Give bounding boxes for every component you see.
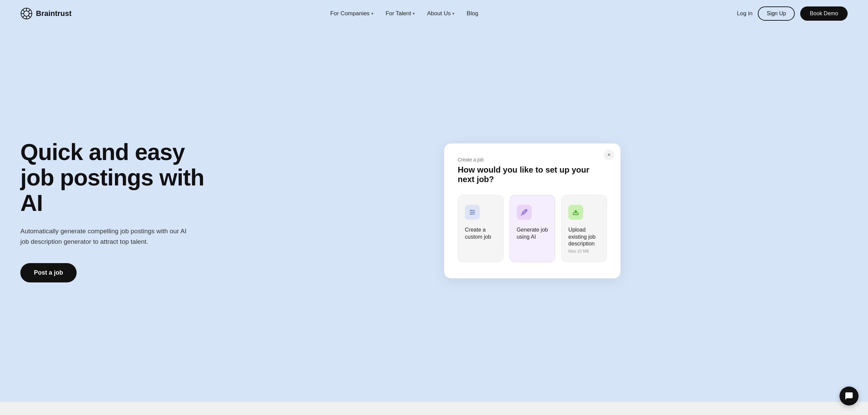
nav-links: For Companies ▾ For Talent ▾ About Us ▾ … [330, 10, 478, 17]
wand-icon [517, 205, 532, 220]
upload-job-option[interactable]: Upload existing job description Max 10 M… [561, 195, 607, 262]
brand-name: Braintrust [36, 9, 72, 18]
nav-for-talent[interactable]: For Talent ▾ [386, 10, 415, 17]
chevron-down-icon: ▾ [413, 11, 415, 16]
upload-job-name: Upload existing job description [568, 226, 600, 248]
custom-job-name: Create a custom job [465, 226, 496, 241]
book-demo-button[interactable]: Book Demo [800, 6, 848, 21]
svg-line-9 [23, 16, 25, 18]
custom-job-option[interactable]: Create a custom job [458, 195, 504, 262]
ai-job-option[interactable]: Generate job using AI [510, 195, 555, 262]
chat-icon [845, 392, 853, 400]
login-button[interactable]: Log in [737, 10, 752, 17]
create-job-card: × Create a job How would you like to set… [444, 143, 620, 278]
nav-actions: Log in Sign Up Book Demo [737, 6, 848, 21]
svg-point-13 [471, 210, 472, 211]
hero-right: × Create a job How would you like to set… [217, 143, 848, 278]
ai-job-name: Generate job using AI [517, 226, 548, 241]
hero-title: Quick and easy job postings with AI [20, 139, 217, 215]
custom-job-text: Create a custom job [465, 226, 496, 241]
hero-section: Quick and easy job postings with AI Auto… [0, 27, 868, 401]
svg-point-1 [24, 11, 29, 16]
svg-line-8 [28, 10, 31, 12]
upload-icon [568, 205, 583, 220]
close-button[interactable]: × [604, 150, 614, 160]
card-title: How would you like to set up your next j… [458, 165, 607, 184]
hero-left: Quick and easy job postings with AI Auto… [20, 139, 217, 282]
post-job-button[interactable]: Post a job [20, 263, 77, 282]
navbar: Braintrust For Companies ▾ For Talent ▾ … [0, 0, 868, 27]
logo[interactable]: Braintrust [20, 7, 72, 20]
hero-subtitle: Automatically generate compelling job po… [20, 226, 197, 247]
upload-job-text: Upload existing job description Max 10 M… [568, 226, 600, 254]
svg-line-6 [23, 10, 25, 12]
chevron-down-icon: ▾ [452, 11, 454, 16]
svg-point-14 [473, 212, 474, 213]
signup-button[interactable]: Sign Up [758, 6, 795, 21]
braintrust-logo-icon [20, 7, 33, 20]
job-options: Create a custom job Generate j [458, 195, 607, 262]
svg-point-15 [471, 213, 472, 215]
nav-about-us[interactable]: About Us ▾ [427, 10, 454, 17]
nav-blog[interactable]: Blog [467, 10, 478, 17]
nav-for-companies[interactable]: For Companies ▾ [330, 10, 373, 17]
footer-bar [0, 401, 868, 415]
upload-job-sub: Max 10 MB [568, 249, 600, 254]
chat-button[interactable] [840, 387, 859, 406]
svg-line-7 [28, 16, 31, 18]
ai-job-text: Generate job using AI [517, 226, 548, 241]
card-label: Create a job [458, 157, 607, 162]
chevron-down-icon: ▾ [371, 11, 373, 16]
sliders-icon [465, 205, 480, 220]
